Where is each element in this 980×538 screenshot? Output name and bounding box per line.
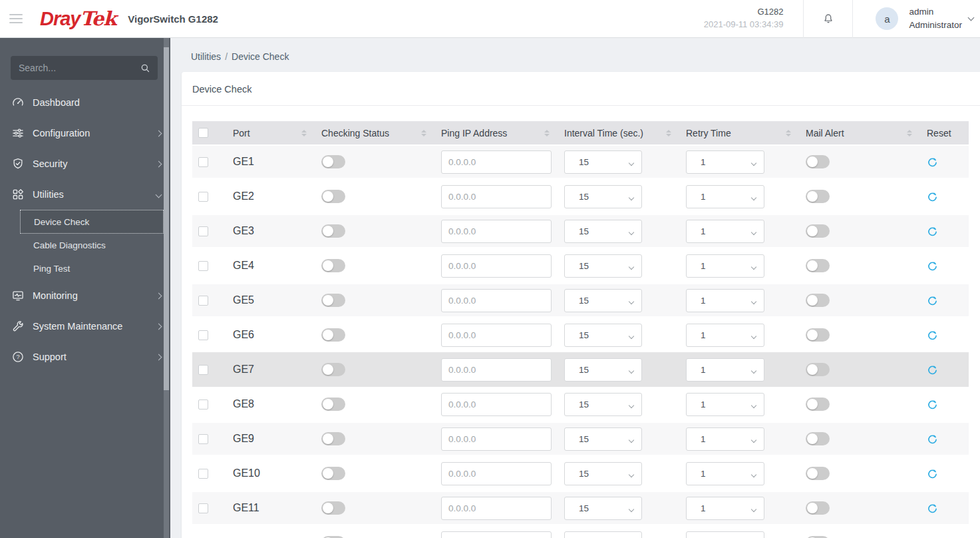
retry-select[interactable]: 1 [686,497,764,520]
sort-control[interactable] [301,130,307,136]
row-checkbox[interactable] [198,365,208,375]
row-checkbox[interactable] [198,157,208,167]
ping-ip-input[interactable] [441,185,552,208]
reset-button[interactable] [927,260,938,272]
sort-control[interactable] [544,130,550,136]
mail-alert-toggle[interactable] [806,259,830,272]
ping-ip-input[interactable] [441,531,552,538]
mail-alert-toggle[interactable] [806,501,830,515]
reset-button[interactable] [927,156,938,168]
menu-toggle-icon[interactable] [9,11,23,26]
row-checkbox[interactable] [198,226,208,236]
ping-ip-input[interactable] [441,150,552,174]
mail-alert-toggle[interactable] [806,155,830,168]
mail-alert-toggle[interactable] [806,432,830,445]
reset-button[interactable] [927,226,938,237]
checking-status-toggle[interactable] [321,398,345,411]
interval-select[interactable]: 15 [564,531,642,538]
ping-ip-input[interactable] [441,324,552,347]
checking-status-toggle[interactable] [321,259,345,272]
mail-alert-toggle[interactable] [806,224,830,238]
breadcrumb-link-utilities[interactable]: Utilities [191,51,221,62]
row-checkbox[interactable] [198,469,208,479]
mail-alert-toggle[interactable] [806,328,830,342]
checking-status-toggle[interactable] [321,155,345,168]
reset-button[interactable] [927,295,938,306]
row-checkbox[interactable] [198,261,208,271]
reset-button[interactable] [927,191,938,202]
user-menu[interactable]: a admin Administrator [853,0,980,38]
retry-select[interactable]: 1 [686,324,764,347]
retry-select[interactable]: 1 [686,531,764,538]
interval-select[interactable]: 15 [564,497,642,520]
row-checkbox[interactable] [198,192,208,202]
interval-select[interactable]: 15 [564,393,642,416]
retry-select[interactable]: 1 [686,185,764,208]
retry-select[interactable]: 1 [686,289,764,312]
ping-ip-input[interactable] [441,358,552,382]
reset-button[interactable] [927,364,938,376]
mail-alert-toggle[interactable] [806,363,830,376]
interval-select[interactable]: 15 [564,185,642,208]
interval-select[interactable]: 15 [564,254,642,278]
interval-select[interactable]: 15 [564,462,642,485]
sort-control[interactable] [907,130,912,136]
sidebar-item-support[interactable]: ? Support [0,342,170,372]
sidebar-item-system-maintenance[interactable]: System Maintenance [0,311,170,342]
mail-alert-toggle[interactable] [806,190,830,203]
sidebar-item-device-check[interactable]: Device Check [20,210,164,234]
mail-alert-toggle[interactable] [806,294,830,307]
interval-select[interactable]: 15 [564,427,642,451]
row-checkbox[interactable] [198,400,208,409]
retry-select[interactable]: 1 [686,358,764,382]
reset-button[interactable] [927,399,938,410]
reset-button[interactable] [927,468,938,479]
breadcrumb-link-device-check[interactable]: Device Check [232,51,289,62]
reset-button[interactable] [927,433,938,445]
checking-status-toggle[interactable] [321,363,345,376]
select-all-checkbox[interactable] [198,128,208,138]
interval-select[interactable]: 15 [564,150,642,174]
row-checkbox[interactable] [198,434,208,444]
ping-ip-input[interactable] [441,289,552,312]
notifications-button[interactable] [804,0,852,38]
interval-select[interactable]: 15 [564,220,642,243]
ping-ip-input[interactable] [441,254,552,278]
checking-status-toggle[interactable] [321,432,345,445]
sidebar-item-cable-diagnostics[interactable]: Cable Diagnostics [0,234,170,257]
sort-control[interactable] [666,130,671,136]
mail-alert-toggle[interactable] [806,467,830,480]
ping-ip-input[interactable] [441,462,552,485]
checking-status-toggle[interactable] [321,190,345,203]
sort-control[interactable] [786,130,791,136]
checking-status-toggle[interactable] [321,294,345,307]
interval-select[interactable]: 15 [564,324,642,347]
row-checkbox[interactable] [198,503,208,513]
sidebar-item-monitoring[interactable]: Monitoring [0,280,170,311]
sidebar-item-security[interactable]: Security [0,148,170,179]
sidebar-scrollbar-thumb[interactable] [164,47,169,390]
checking-status-toggle[interactable] [321,224,345,238]
search-input[interactable] [11,63,158,73]
sort-control[interactable] [421,130,426,136]
retry-select[interactable]: 1 [686,462,764,485]
sidebar-item-ping-test[interactable]: Ping Test [0,257,170,280]
sidebar-item-dashboard[interactable]: Dashboard [0,87,170,118]
checking-status-toggle[interactable] [321,467,345,480]
reset-button[interactable] [927,330,938,341]
row-checkbox[interactable] [198,330,208,340]
interval-select[interactable]: 15 [564,358,642,382]
sidebar-item-configuration[interactable]: Configuration [0,118,170,148]
interval-select[interactable]: 15 [564,289,642,312]
ping-ip-input[interactable] [441,220,552,243]
row-checkbox[interactable] [198,296,208,306]
checking-status-toggle[interactable] [321,328,345,342]
retry-select[interactable]: 1 [686,393,764,416]
ping-ip-input[interactable] [441,393,552,416]
ping-ip-input[interactable] [441,497,552,520]
checking-status-toggle[interactable] [321,501,345,515]
retry-select[interactable]: 1 [686,150,764,174]
reset-button[interactable] [927,503,938,514]
retry-select[interactable]: 1 [686,220,764,243]
ping-ip-input[interactable] [441,427,552,451]
